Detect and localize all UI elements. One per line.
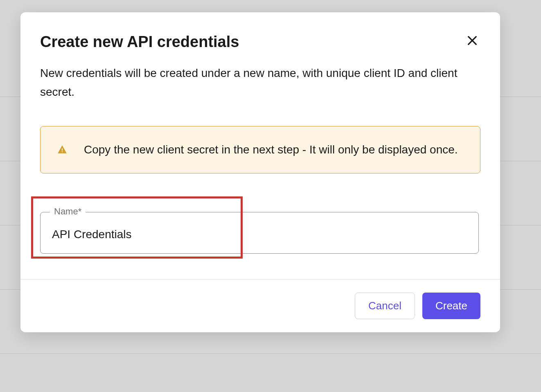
modal-header: Create new API credentials (20, 12, 500, 64)
close-icon (466, 34, 479, 48)
alert-text: Copy the new client secret in the next s… (84, 140, 458, 159)
modal-footer: Cancel Create (20, 279, 500, 332)
create-button[interactable]: Create (422, 293, 480, 319)
svg-rect-2 (62, 149, 63, 151)
cancel-button[interactable]: Cancel (355, 293, 415, 319)
highlight-box (31, 196, 243, 259)
close-button[interactable] (464, 33, 480, 49)
warning-icon (57, 144, 68, 155)
warning-alert: Copy the new client secret in the next s… (40, 126, 480, 173)
create-api-credentials-modal: Create new API credentials New credentia… (20, 12, 500, 332)
modal-title: Create new API credentials (40, 33, 239, 52)
name-field-wrapper: Name* (40, 196, 480, 254)
modal-body: New credentials will be created under a … (20, 64, 500, 279)
modal-description: New credentials will be created under a … (40, 64, 480, 101)
svg-rect-3 (62, 151, 63, 152)
